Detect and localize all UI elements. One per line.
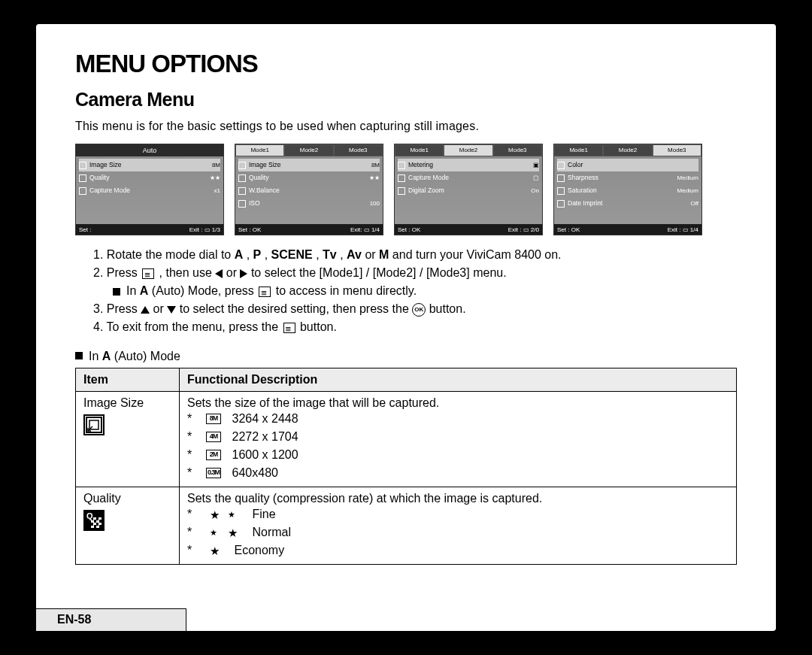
table-row: QualitySets the quality (compression rat… [76, 487, 737, 565]
size-tag-icon: 4M [206, 432, 221, 442]
size-tag-icon: 2M [206, 450, 221, 460]
item-cell: Image Size [76, 392, 180, 487]
star-icon: ★ [210, 527, 220, 538]
ok-icon: OK [412, 303, 426, 317]
step-2-sub: In A (Auto) Mode, press to access in men… [75, 282, 737, 300]
bullet-icon [75, 352, 83, 359]
screenshot-3: Mode1Mode2Mode3Metering▣Capture Mode▢Dig… [394, 144, 543, 235]
instruction-steps: 1. Rotate the mode dial to A , P , SCENE… [75, 246, 737, 336]
bullet-icon [113, 288, 120, 296]
col-item: Item [76, 368, 180, 392]
step-1: 1. Rotate the mode dial to A , P , SCENE… [75, 246, 737, 264]
screenshots-row: AutoImage Size8MQuality★★Capture Modex1S… [75, 144, 737, 235]
manual-page: MENU OPTIONS Camera Menu This menu is fo… [36, 24, 776, 631]
up-arrow-icon [141, 306, 150, 314]
col-desc: Functional Description [180, 368, 737, 392]
menu-icon [142, 268, 154, 279]
screenshot-4: Mode1Mode2Mode3ColorSharpnessMediumSatur… [553, 144, 702, 235]
step-4: 4. To exit from the menu, press the butt… [75, 318, 737, 336]
size-tag-icon: 8M [206, 414, 221, 424]
menu-icon [259, 287, 271, 297]
image-size-icon [83, 414, 105, 435]
item-cell: Quality [76, 487, 180, 565]
star-icon: ★ [228, 527, 238, 538]
size-tag-icon: 0.3M [206, 468, 221, 478]
settings-table: Item Functional Description Image SizeSe… [75, 368, 737, 565]
screenshot-2: Mode1Mode2Mode3Image Size8MQuality★★W.Ba… [235, 144, 383, 235]
page-number: EN-58 [36, 608, 186, 631]
quality-icon [83, 510, 105, 531]
left-arrow-icon [215, 269, 223, 278]
desc-cell: Sets the size of the image that will be … [180, 392, 737, 487]
desc-cell: Sets the quality (compression rate) at w… [180, 487, 737, 565]
menu-icon [283, 323, 295, 333]
star-icon: ★ [228, 509, 238, 520]
intro-text: This menu is for the basic settings to b… [75, 120, 737, 133]
star-icon: ★ [210, 545, 220, 556]
screenshot-1: AutoImage Size8MQuality★★Capture Modex1S… [75, 144, 224, 235]
step-3: 3. Press or to select the desired settin… [75, 300, 737, 318]
svg-line-2 [88, 426, 92, 431]
star-icon: ★ [210, 509, 220, 520]
step-2: 2. Press , then use or to select the [Mo… [75, 264, 737, 282]
mode-note: In A (Auto) Mode [75, 350, 737, 363]
section-title: Camera Menu [75, 89, 737, 111]
table-row: Image SizeSets the size of the image tha… [76, 392, 737, 487]
right-arrow-icon [240, 269, 247, 278]
down-arrow-icon [167, 306, 176, 314]
page-title: MENU OPTIONS [75, 50, 737, 78]
